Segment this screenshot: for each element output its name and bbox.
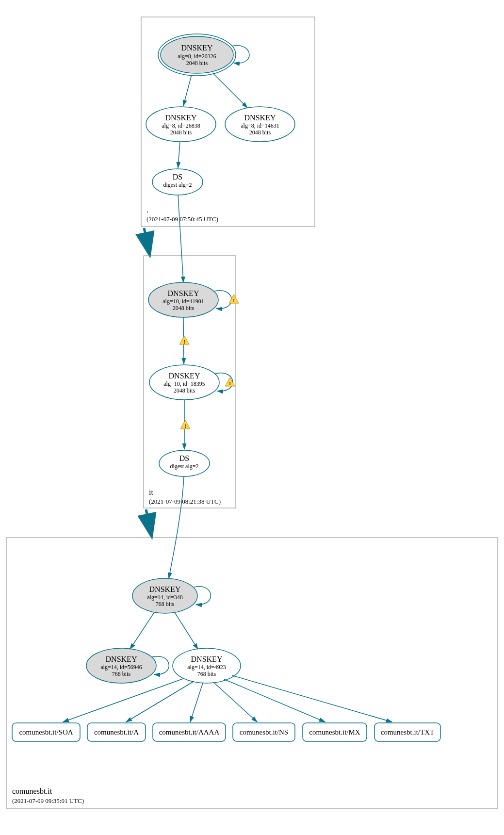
zone-root-label: .	[146, 206, 148, 214]
rrset-mx[interactable]: comunesbt.it/MX	[303, 723, 367, 741]
node-title: DNSKEY	[168, 289, 199, 297]
node-root-ds[interactable]: DS digest alg=2	[152, 169, 203, 195]
node-line1: alg=10, id=41901	[163, 298, 204, 305]
node-line2: 768 bits	[156, 601, 175, 607]
zone-leaf-label: comunesbt.it	[12, 787, 52, 795]
node-title: DS	[173, 173, 182, 181]
zone-leaf-box	[6, 538, 498, 808]
edge-zsk-soa	[63, 678, 184, 722]
edge-zsk-mx	[224, 679, 325, 722]
delegation-it-leaf	[146, 509, 151, 533]
edge-itds-leafksk	[169, 476, 184, 578]
node-line2: 2048 bits	[170, 129, 192, 136]
edge-leafksk-key2	[130, 612, 154, 649]
node-line1: alg=8, id=20326	[178, 53, 216, 60]
node-title: DS	[179, 454, 189, 462]
node-title: DNSKEY	[106, 655, 137, 663]
node-title: DNSKEY	[169, 372, 200, 380]
dnssec-chain-diagram: . (2021-07-09 07:50:45 UTC) DNSKEY alg=8…	[0, 0, 504, 835]
node-leaf-ksk[interactable]: DNSKEY alg=14, id=348 768 bits	[132, 578, 197, 613]
zone-it-timestamp: (2021-07-09 08:21:38 UTC)	[149, 498, 221, 505]
edge-leafksk-zsk	[175, 612, 198, 649]
warning-icon[interactable]: !	[180, 420, 190, 429]
node-it-ds[interactable]: DS digest alg=2	[159, 450, 210, 476]
node-line1: digest alg=2	[163, 181, 192, 188]
edge-ds-itksk	[178, 195, 183, 282]
edge-zsk-ns	[213, 682, 257, 722]
zone-it-label: it	[149, 488, 153, 496]
node-line2: 2048 bits	[249, 129, 271, 136]
edge-zsk-aaaa	[190, 683, 203, 722]
rrset-label: comunesbt.it/SOA	[19, 728, 73, 736]
node-line1: alg=8, id=26838	[162, 122, 200, 129]
node-leaf-zsk[interactable]: DNSKEY alg=14, id=4923 768 bits	[173, 648, 241, 683]
node-line2: 2048 bits	[186, 60, 208, 66]
node-line1: alg=14, id=4923	[187, 664, 226, 671]
node-root-ksk[interactable]: DNSKEY alg=8, id=20326 2048 bits	[158, 34, 236, 76]
rrset-soa[interactable]: comunesbt.it/SOA	[12, 723, 80, 741]
zone-leaf-timestamp: (2021-07-09 09:35:01 UTC)	[12, 797, 84, 804]
svg-text:!: !	[233, 297, 235, 303]
warning-icon[interactable]: !	[225, 377, 235, 386]
rrset-label: comunesbt.it/TXT	[381, 728, 434, 736]
edge-rootksk-zsk2	[212, 73, 247, 108]
node-root-zsk2[interactable]: DNSKEY alg=8, id=14631 2048 bits	[225, 107, 295, 142]
node-title: DNSKEY	[181, 44, 213, 52]
node-title: DNSKEY	[191, 655, 223, 663]
node-title: DNSKEY	[165, 114, 197, 122]
edge-rootksk-zsk1	[183, 75, 192, 106]
rrset-a[interactable]: comunesbt.it/A	[87, 723, 146, 741]
node-line1: alg=10, id=18395	[163, 380, 205, 387]
rrset-label: comunesbt.it/AAAA	[159, 728, 220, 736]
node-it-zsk[interactable]: DNSKEY alg=10, id=18395 2048 bits	[149, 365, 219, 400]
rrset-ns[interactable]: comunesbt.it/NS	[233, 723, 295, 741]
node-it-ksk[interactable]: DNSKEY alg=10, id=41901 2048 bits	[148, 282, 218, 317]
edge-zsk1-ds	[178, 142, 180, 168]
node-title: DNSKEY	[244, 114, 276, 122]
svg-text:!: !	[183, 339, 185, 344]
warning-icon[interactable]: !	[179, 336, 189, 344]
edge-zsk-txt	[232, 675, 392, 722]
node-root-zsk1[interactable]: DNSKEY alg=8, id=26838 2048 bits	[146, 107, 216, 142]
node-line2: 768 bits	[197, 671, 216, 677]
svg-text:!: !	[184, 423, 186, 429]
node-line2: 768 bits	[112, 671, 131, 677]
rrset-aaaa[interactable]: comunesbt.it/AAAA	[153, 723, 226, 741]
node-line2: 2048 bits	[173, 305, 195, 311]
node-line1: alg=8, id=14631	[241, 122, 279, 129]
rrset-txt[interactable]: comunesbt.it/TXT	[374, 723, 440, 741]
node-line2: 2048 bits	[174, 387, 195, 394]
rrset-label: comunesbt.it/NS	[240, 728, 288, 736]
delegation-root-it	[144, 228, 149, 251]
rrset-label: comunesbt.it/MX	[309, 728, 360, 736]
zone-root-timestamp: (2021-07-09 07:50:45 UTC)	[146, 215, 218, 223]
node-leaf-key2[interactable]: DNSKEY alg=14, id=56946 768 bits	[86, 648, 156, 683]
node-title: DNSKEY	[149, 585, 181, 593]
node-line1: digest alg=2	[170, 463, 198, 470]
node-line1: alg=14, id=56946	[100, 664, 142, 671]
node-line1: alg=14, id=348	[147, 594, 183, 601]
svg-text:!: !	[229, 380, 231, 386]
rrset-label: comunesbt.it/A	[94, 728, 139, 736]
